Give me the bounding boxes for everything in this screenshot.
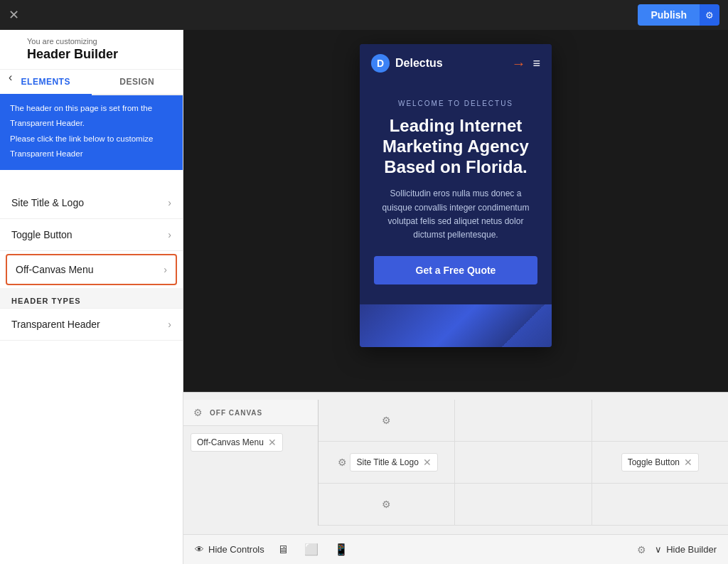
off-canvas-item-area: Off-Canvas Menu ✕ — [183, 426, 318, 526]
hide-controls-button[interactable]: 👁 Hide Controls — [195, 544, 264, 555]
site-title-remove-button[interactable]: ✕ — [423, 457, 432, 468]
builder-cell-1-2 — [455, 400, 592, 441]
builder-section: ⚙ OFF CANVAS Off-Canvas Menu ✕ — [183, 400, 728, 526]
bottom-bar-left: 👁 Hide Controls 🖥 ⬜ 📱 — [195, 540, 351, 559]
builder-cell-3-2 — [455, 484, 592, 525]
off-canvas-gear-button[interactable]: ⚙ — [191, 404, 205, 421]
desktop-icon[interactable]: 🖥 — [274, 541, 291, 559]
logo-icon: D — [371, 54, 390, 73]
sidebar: ‹ You are customizing Header Builder ELE… — [0, 30, 183, 564]
content-area: D Delectus → ≡ WELCOME TO DELECTUS Leadi… — [183, 30, 728, 564]
chevron-right-icon: › — [168, 197, 171, 208]
arrow-icon: → — [511, 55, 525, 72]
builder-row-1: ⚙ — [318, 400, 728, 442]
header-types-label: HEADER TYPES — [0, 288, 183, 309]
builder-cell-2-2 — [455, 442, 592, 483]
off-canvas-remove-button[interactable]: ✕ — [268, 437, 277, 448]
sidebar-item-site-title[interactable]: Site Title & Logo › — [0, 187, 183, 219]
publish-button[interactable]: Publish — [638, 4, 700, 26]
builder-cell-2-3: Toggle Button ✕ — [592, 442, 728, 483]
off-canvas-header: ⚙ OFF CANVAS — [183, 400, 318, 426]
info-box: The header on this page is set from the … — [0, 95, 183, 170]
hamburger-icon: ≡ — [532, 56, 540, 71]
back-button[interactable]: ‹ — [4, 68, 16, 87]
main-grid: ⚙ ⚙ Site Title & Logo ✕ — [318, 400, 728, 526]
off-canvas-label: OFF CANVAS — [210, 409, 262, 417]
preview-nav: D Delectus → ≡ — [360, 44, 552, 83]
site-title-pill[interactable]: Site Title & Logo ✕ — [350, 453, 437, 472]
off-canvas-column: ⚙ OFF CANVAS Off-Canvas Menu ✕ — [183, 400, 318, 526]
publish-gear-button[interactable]: ⚙ — [700, 4, 719, 26]
tablet-icon[interactable]: ⬜ — [301, 540, 321, 559]
preview-description: Sollicitudin eros nulla mus donec a quis… — [374, 187, 537, 242]
cell-gear-button[interactable]: ⚙ — [335, 454, 350, 471]
off-canvas-menu-label: Off-Canvas Menu — [197, 437, 264, 447]
logo-text: Delectus — [395, 57, 443, 70]
preview-decoration — [360, 304, 552, 347]
builder-cell-1-3 — [592, 400, 728, 441]
preview-heading: Leading Internet Marketing Agency Based … — [374, 116, 537, 177]
settings-gear-icon[interactable]: ⚙ — [634, 541, 649, 558]
customizing-label: You are customizing — [27, 37, 171, 46]
builder-cell-1-1: ⚙ — [318, 400, 455, 441]
info-line4: Transparent Header — [10, 148, 173, 160]
builder-cell-3-1: ⚙ — [318, 484, 455, 525]
bottom-bar-right: ⚙ ∨ Hide Builder — [634, 541, 717, 558]
off-canvas-menu-pill[interactable]: Off-Canvas Menu ✕ — [191, 433, 283, 452]
builder-row-3: ⚙ — [318, 484, 728, 526]
sidebar-item-label: Site Title & Logo — [11, 197, 84, 208]
chevron-down-icon: ∨ — [655, 544, 662, 555]
info-line1: The header on this page is set from the — [10, 102, 173, 115]
sidebar-header: ‹ You are customizing Header Builder — [0, 30, 183, 70]
sidebar-item-offcanvas[interactable]: Off-Canvas Menu › — [6, 254, 177, 285]
preview-logo: D Delectus — [371, 54, 443, 73]
preview-nav-right: → ≡ — [511, 55, 540, 72]
main-layout: ‹ You are customizing Header Builder ELE… — [0, 30, 728, 564]
sidebar-item-label: Off-Canvas Menu — [16, 264, 93, 275]
sidebar-title: Header Builder — [27, 47, 171, 62]
eye-icon: 👁 — [195, 544, 204, 555]
sidebar-items: Site Title & Logo › Toggle Button › Off-… — [0, 187, 183, 564]
builder-cell-3-3 — [592, 484, 728, 525]
chevron-right-icon: › — [164, 264, 167, 275]
sidebar-item-toggle[interactable]: Toggle Button › — [0, 219, 183, 251]
top-bar: ✕ Publish ⚙ — [0, 0, 728, 30]
cell-gear-button[interactable]: ⚙ — [379, 412, 394, 429]
mobile-preview: D Delectus → ≡ WELCOME TO DELECTUS Leadi… — [360, 44, 552, 347]
hide-builder-button[interactable]: ∨ Hide Builder — [655, 544, 717, 555]
chevron-right-icon: › — [168, 319, 171, 330]
sidebar-item-transparent-header[interactable]: Transparent Header › — [0, 309, 183, 341]
mobile-icon[interactable]: 📱 — [331, 540, 351, 559]
customize-transparent-header-link[interactable]: Customize Transparent Header. — [0, 170, 183, 187]
sidebar-item-label: Toggle Button — [11, 229, 73, 240]
publish-group: Publish ⚙ — [638, 4, 719, 26]
builder-row-2: ⚙ Site Title & Logo ✕ Toggle Button ✕ — [318, 442, 728, 484]
top-bar-left: ✕ — [9, 9, 19, 21]
builder-bottom: ⚙ OFF CANVAS Off-Canvas Menu ✕ — [183, 392, 728, 534]
tab-design[interactable]: DESIGN — [92, 70, 183, 95]
bottom-bar: 👁 Hide Controls 🖥 ⬜ 📱 ⚙ ∨ Hide Builder — [183, 534, 728, 564]
hide-controls-label: Hide Controls — [208, 544, 264, 555]
sidebar-item-label: Transparent Header — [11, 319, 100, 330]
chevron-right-icon: › — [168, 229, 171, 240]
info-line2: Transparent Header. — [10, 117, 173, 129]
close-button[interactable]: ✕ — [9, 9, 19, 21]
site-title-label: Site Title & Logo — [356, 457, 418, 467]
hide-builder-label: Hide Builder — [666, 544, 717, 555]
cell-gear-button[interactable]: ⚙ — [379, 496, 394, 513]
preview-hero: WELCOME TO DELECTUS Leading Internet Mar… — [360, 83, 552, 304]
preview-cta-button[interactable]: Get a Free Quote — [374, 256, 537, 284]
builder-cell-2-1: ⚙ Site Title & Logo ✕ — [318, 442, 455, 483]
preview-area: D Delectus → ≡ WELCOME TO DELECTUS Leadi… — [183, 30, 728, 392]
toggle-button-label: Toggle Button — [628, 457, 680, 467]
toggle-button-pill[interactable]: Toggle Button ✕ — [621, 453, 699, 472]
info-line3: Please click the link below to customize — [10, 133, 173, 145]
toggle-remove-button[interactable]: ✕ — [684, 457, 692, 468]
preview-subtitle: WELCOME TO DELECTUS — [374, 100, 537, 107]
tabs: ELEMENTS DESIGN — [0, 70, 183, 95]
